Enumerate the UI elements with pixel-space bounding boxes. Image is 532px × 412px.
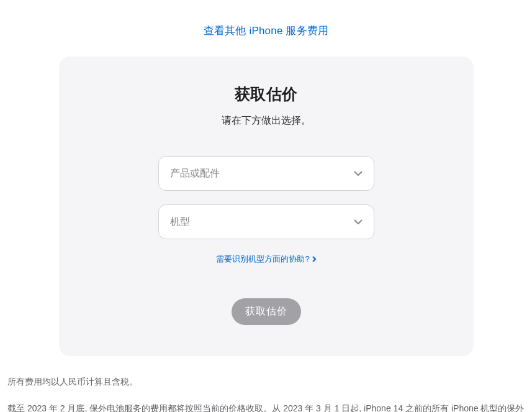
model-select-placeholder: 机型 xyxy=(170,216,190,229)
get-estimate-button[interactable]: 获取估价 xyxy=(232,298,301,325)
other-iphone-service-link[interactable]: 查看其他 iPhone 服务费用 xyxy=(204,25,329,37)
product-select-placeholder: 产品或配件 xyxy=(170,167,220,180)
help-link-label: 需要识别机型方面的协助? xyxy=(216,254,309,265)
chevron-down-icon xyxy=(354,217,363,226)
model-select[interactable]: 机型 xyxy=(158,204,374,239)
identify-model-help-link[interactable]: 需要识别机型方面的协助? xyxy=(216,254,315,265)
footer-line-1: 所有费用均以人民币计算且含税。 xyxy=(7,373,525,390)
chevron-right-icon xyxy=(312,256,316,262)
card-subtitle: 请在下方做出选择。 xyxy=(84,114,449,127)
chevron-down-icon xyxy=(354,169,363,178)
footer-disclaimer: 所有费用均以人民币计算且含税。 截至 2023 年 2 月底, 保外电池服务的费… xyxy=(0,356,532,412)
card-title: 获取估价 xyxy=(84,84,449,104)
product-select[interactable]: 产品或配件 xyxy=(158,156,374,191)
estimate-card: 获取估价 请在下方做出选择。 产品或配件 机型 需要识别机型方面的协助? 获取估… xyxy=(59,57,474,356)
footer-line-2: 截至 2023 年 2 月底, 保外电池服务的费用都将按照当前的价格收取。从 2… xyxy=(7,400,525,412)
